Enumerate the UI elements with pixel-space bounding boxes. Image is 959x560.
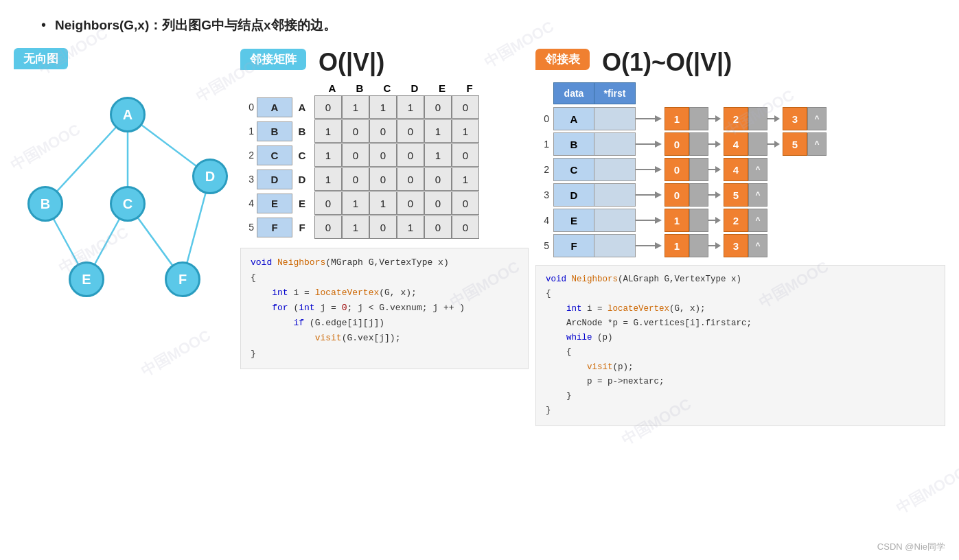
- matrix-row-letter: C: [292, 150, 312, 161]
- left-panel: 无向图 A B C: [14, 48, 233, 426]
- matrix-cell: 0: [369, 119, 397, 143]
- header-section: • Neighbors(G,x)：列出图G中与结点x邻接的边。: [0, 0, 959, 41]
- code-line1: void Neighbors(MGraph G,VertexType x): [251, 255, 518, 270]
- al-code-line2: {: [546, 287, 935, 301]
- matrix-cell: 0: [342, 143, 369, 167]
- matrix-cell: 1: [314, 167, 342, 191]
- svg-marker-22: [715, 166, 721, 173]
- chain-node: 4 ^: [724, 158, 767, 181]
- chain-node-next: [748, 132, 767, 156]
- matrix-cell: 1: [424, 143, 452, 167]
- right-header: 邻接表 O(1)~O(|V|): [535, 48, 945, 77]
- matrix-cells: 100001: [314, 167, 479, 191]
- chain-node-val: 0: [665, 183, 689, 207]
- matrix-cell: 1: [452, 167, 479, 191]
- chain-node-next: ^: [748, 183, 767, 207]
- al-table-container: data *first 0 A 1 2 3 ^ 1 B 0 4: [535, 82, 945, 258]
- svg-marker-20: [655, 166, 662, 173]
- al-row-num: 0: [535, 113, 549, 124]
- main-content: 无向图 A B C: [0, 41, 959, 426]
- row-letter: D: [257, 170, 292, 189]
- chain-node-val: 2: [724, 107, 748, 130]
- arrow-svg: [636, 137, 662, 151]
- matrix-cells: 100010: [314, 143, 479, 167]
- matrix-cell: 0: [342, 167, 369, 191]
- matrix-row-letter: E: [292, 198, 312, 209]
- al-code-line3: int i = locateVertex(G, x);: [546, 302, 935, 316]
- al-row: 1 B 0 4 5 ^: [535, 132, 945, 156]
- al-row-first: [594, 209, 636, 232]
- chain: 0 4 5 ^: [636, 132, 827, 156]
- arrow-mini: [767, 112, 780, 126]
- chain: 0 5 ^: [636, 183, 767, 207]
- chain-node-next: [689, 158, 708, 181]
- col-B: B: [346, 82, 373, 94]
- matrix-title: O(|V|): [319, 48, 384, 77]
- matrix-cell: 1: [424, 119, 452, 143]
- chain: 1 2 ^: [636, 209, 767, 232]
- code-line7: }: [251, 347, 518, 362]
- chain: 1 2 3 ^: [636, 107, 827, 130]
- matrix-rows: 0 A A 011100 1 B B 100011 2 C C 100010 3…: [240, 95, 529, 240]
- chain-node-val: 3: [724, 234, 748, 257]
- al-row: 3 D 0 5 ^: [535, 183, 945, 207]
- row-letter: B: [257, 121, 292, 141]
- al-row-letter: D: [553, 183, 594, 207]
- arrow-svg: [636, 213, 662, 227]
- watermark: 中国MOOC: [892, 463, 959, 519]
- matrix-row-letter: A: [292, 102, 312, 113]
- chain-node: 0: [665, 158, 708, 181]
- svg-marker-18: [774, 141, 780, 148]
- al-rows-container: 0 A 1 2 3 ^ 1 B 0 4 5 ^: [535, 106, 945, 258]
- matrix-row: 2 C C 100010: [240, 143, 529, 167]
- row-letter: E: [257, 194, 292, 213]
- chain-node-val: 3: [783, 107, 807, 130]
- chain-node-next: ^: [748, 234, 767, 257]
- row-num: 3: [240, 174, 257, 185]
- matrix-col-header-row: A B C D E F: [299, 82, 529, 94]
- chain-node: 4: [724, 132, 767, 156]
- chain-node-val: 1: [665, 234, 689, 257]
- al-row: 0 A 1 2 3 ^: [535, 106, 945, 131]
- matrix-cells: 100011: [314, 119, 479, 143]
- chain-node-val: 4: [724, 132, 748, 156]
- chain-node-next: [689, 234, 708, 257]
- al-code-line7: visit(p);: [546, 360, 935, 375]
- al-row-letter: F: [553, 234, 594, 257]
- row-letter: F: [257, 218, 292, 237]
- matrix-cell: 0: [369, 215, 397, 239]
- chain-node: 5 ^: [783, 132, 827, 156]
- chain-node-next: [689, 107, 708, 130]
- matrix-label: 邻接矩阵: [240, 49, 306, 70]
- code-line3: int i = locateVertex(G, x);: [251, 285, 518, 301]
- al-row-letter: A: [553, 107, 594, 130]
- col-C: C: [373, 82, 401, 94]
- matrix-area: A B C D E F 0 A A 011100 1 B B 100011 2 …: [240, 82, 529, 240]
- chain-node-val: 1: [665, 107, 689, 130]
- matrix-cells: 011100: [314, 95, 479, 119]
- chain-node-next: ^: [807, 132, 827, 156]
- matrix-cell: 0: [369, 167, 397, 191]
- matrix-cell: 0: [314, 191, 342, 215]
- arrow-mini: [708, 188, 721, 202]
- col-headers: A B C D E F: [319, 82, 483, 94]
- svg-marker-32: [655, 242, 662, 249]
- svg-marker-28: [655, 217, 662, 224]
- al-row-num: 3: [535, 189, 549, 200]
- arrow-mini: [708, 112, 721, 126]
- matrix-cells: 011000: [314, 191, 479, 215]
- al-row-num: 4: [535, 215, 549, 226]
- al-row-first: [594, 107, 636, 130]
- matrix-cell: 1: [397, 95, 424, 119]
- al-row-first: [594, 132, 636, 156]
- arrow-svg: [636, 112, 662, 126]
- svg-marker-8: [655, 115, 662, 122]
- chain-node: 1: [665, 209, 708, 232]
- matrix-cell: 0: [452, 143, 479, 167]
- graph-container: A B C D E F: [14, 76, 220, 310]
- bullet-point: •: [41, 17, 46, 32]
- matrix-cell: 1: [314, 119, 342, 143]
- al-title: O(1)~O(|V|): [602, 48, 732, 77]
- matrix-cell: 1: [369, 191, 397, 215]
- matrix-row: 5 F F 010100: [240, 215, 529, 239]
